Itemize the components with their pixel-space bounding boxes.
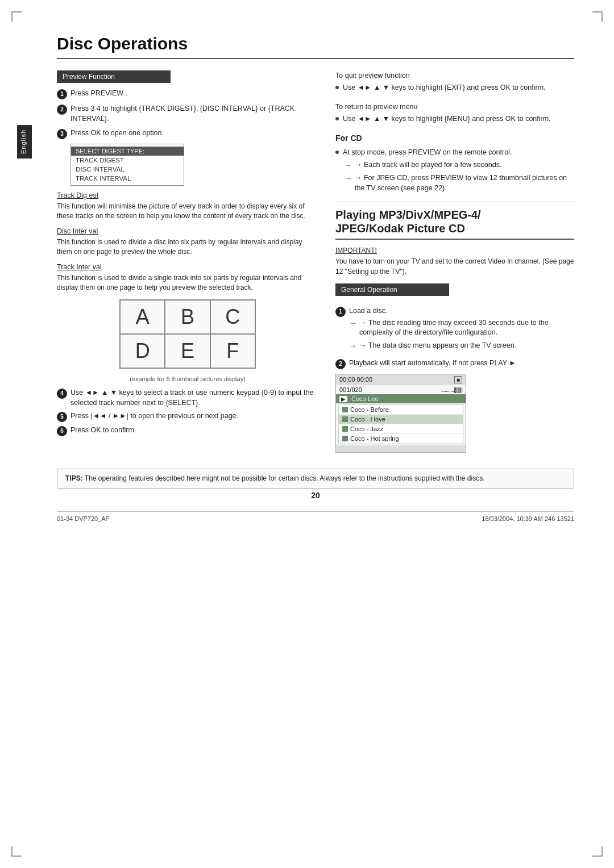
track-interval-text: This function is used to divide a single… (57, 273, 318, 293)
step-4-text: Use ◄► ▲ ▼ keys to select a track or use… (70, 388, 318, 408)
bullet-dot-icon-2 (335, 117, 339, 120)
step-num-6: 6 (57, 426, 67, 436)
arrow-icon-3: → (349, 318, 356, 328)
important-label: IMPORTANT! (335, 247, 574, 254)
thumb-d: D (120, 334, 165, 368)
disc-interval-heading: Disc Inter val (57, 227, 318, 235)
g-step-1-sub2: → The data disc menu appears on the TV s… (359, 341, 516, 351)
g-step-2-text: Playback will start automatically. If no… (349, 358, 574, 369)
cd-playlist-item-3: Coco - Jazz (339, 424, 463, 434)
cd-time: 00:00 00:00 (339, 376, 372, 383)
bullet-dot-icon (335, 86, 339, 89)
footer: 01-34 DVP720_AP 18/03/2004, 10:39 AM 246… (57, 511, 574, 522)
cd-now-playing: ▶ Coco Lee (336, 394, 466, 403)
cd-track-icon-4 (342, 436, 348, 441)
corner-tl (11, 11, 22, 22)
step-5: 5 Press |◄◄ / ►►| to open the previous o… (57, 411, 318, 422)
cd-bullet-dot (335, 151, 339, 154)
cd-bottom-bar (336, 445, 466, 452)
playing-heading: Playing MP3/DivX/MPEG-4/JPEG/Kodak Pictu… (335, 208, 574, 240)
return-bullet: Use ◄► ▲ ▼ keys to highlight {MENU} and … (335, 114, 574, 124)
g-step-1-content: Load a disc. → → The disc reading time m… (349, 306, 574, 354)
quit-text: Use ◄► ▲ ▼ keys to highlight {EXIT} and … (343, 83, 546, 93)
cd-arrow-1-text: → Each track will be played for a few se… (355, 160, 501, 170)
cd-playlist-item-1: Coco - Before (339, 405, 463, 415)
track-digest-text: This function will minimise the picture … (57, 202, 318, 222)
g-step-1-arrow2: → → The data disc menu appears on the TV… (349, 341, 574, 351)
cd-progress-dots: ...........|||||||| (441, 386, 462, 393)
g-step-num-1: 1 (335, 307, 346, 317)
thumb-b: B (165, 300, 210, 334)
cd-track-4-label: Coco - Hot spring (350, 435, 399, 442)
page-container: English Disc Operations Preview Function… (0, 0, 614, 868)
cd-track-info: 001/020 ...........|||||||| (336, 385, 466, 394)
disc-interval-text: This function is used to divide a disc i… (57, 237, 318, 257)
cd-playlist-item-2: Coco - I love (339, 415, 463, 424)
corner-br (592, 846, 603, 857)
quit-bullet: Use ◄► ▲ ▼ keys to highlight {EXIT} and … (335, 83, 574, 93)
step-num-5: 5 (57, 412, 67, 422)
step-5-text: Press |◄◄ / ►►| to open the previous or … (70, 411, 318, 422)
important-section: IMPORTANT! You have to turn on your TV a… (335, 247, 574, 277)
menu-header: SELECT DIGEST TYPE: (71, 147, 184, 156)
g-step-2: 2 Playback will start automatically. If … (335, 358, 574, 369)
quit-preview-section: To quit preview function Use ◄► ▲ ▼ keys… (335, 70, 574, 93)
cd-stop-icon: ■ (454, 376, 462, 383)
corner-bl (11, 846, 22, 857)
general-op-header: General Operation (335, 283, 449, 296)
right-column: To quit preview function Use ◄► ▲ ▼ keys… (335, 70, 574, 457)
cd-play-indicator: ▶ (339, 396, 347, 402)
cd-bullet-1: At stop mode, press PREVIEW on the remot… (335, 148, 574, 158)
cd-track-icon-1 (342, 407, 348, 412)
for-cd-heading: For CD (335, 132, 574, 144)
footer-right: 18/03/2004, 10:39 AM 246 13521 (482, 515, 574, 522)
step-6-text: Press OK to confirm. (70, 425, 318, 436)
preview-function-section: Preview Function 1 Press PREVIEW . 2 Pre… (57, 70, 318, 436)
cd-track-icon-3 (342, 426, 348, 432)
track-digest-heading: Track Dig est (57, 191, 318, 199)
thumb-c: C (210, 300, 255, 334)
menu-disc-interval: DISC INTERVAL (71, 165, 184, 174)
arrow-icon-2: → (345, 173, 352, 183)
track-interval-heading: Track Inter val (57, 263, 318, 271)
cd-artist-name: Coco Lee (351, 395, 378, 402)
cd-track-num: 001/020 (339, 386, 362, 393)
cd-bullet-1-text: At stop mode, press PREVIEW on the remot… (343, 148, 512, 158)
tips-label: TIPS: (65, 474, 83, 482)
menu-track-digest: TRACK DIGEST (71, 156, 184, 165)
menu-track-interval: TRACK INTERVAL (71, 174, 184, 183)
thumb-f: F (210, 334, 255, 368)
g-step-1: 1 Load a disc. → → The disc reading time… (335, 306, 574, 354)
important-text: You have to turn on your TV and set to t… (335, 257, 574, 277)
g-step-1-arrow1: → → The disc reading time may exceed 30 … (349, 318, 574, 338)
cd-track-1-label: Coco - Before (350, 406, 389, 413)
tips-text: The operating features described here mi… (85, 474, 485, 482)
cd-track-2-label: Coco - I love (350, 416, 385, 423)
preview-function-header: Preview Function (57, 70, 171, 83)
cd-arrow-2: → → For JPEG CD, press PREVIEW to view 1… (335, 173, 574, 193)
thumb-a: A (120, 300, 165, 334)
step-3-text: Press OK to open one option. (70, 128, 318, 139)
return-heading: To return to preview menu (335, 102, 574, 112)
return-text: Use ◄► ▲ ▼ keys to highlight {MENU} and … (343, 114, 551, 124)
cd-track-3-label: Coco - Jazz (350, 425, 383, 432)
page-number: 20 (57, 491, 574, 500)
cd-playlist: Coco - Before Coco - I love Coco - Jazz … (338, 404, 463, 444)
step-3: 3 Press OK to open one option. (57, 128, 318, 139)
tips-box: TIPS: The operating features described h… (57, 469, 574, 489)
page-title: Disc Operations (57, 34, 574, 59)
cd-arrow-1: → → Each track will be played for a few … (335, 160, 574, 170)
language-sidebar: English (17, 125, 32, 158)
g-step-1-sub1: → The disc reading time may exceed 30 se… (359, 318, 574, 338)
cd-top-bar: 00:00 00:00 ■ (336, 374, 466, 385)
step-num-4: 4 (57, 389, 67, 399)
step-6: 6 Press OK to confirm. (57, 425, 318, 436)
step-1-text: Press PREVIEW . (70, 89, 318, 99)
thumb-caption: (example for 6 thumbnail pictures displa… (57, 375, 318, 382)
step-2-text: Press 3 4 to highlight {TRACK DIGEST}, {… (70, 104, 318, 124)
digest-menu-box: SELECT DIGEST TYPE: TRACK DIGEST DISC IN… (70, 144, 184, 186)
for-cd-section: For CD At stop mode, press PREVIEW on th… (335, 132, 574, 193)
step-num-1: 1 (57, 89, 67, 99)
cd-player-ui: 00:00 00:00 ■ 001/020 ...........|||||||… (335, 374, 466, 453)
quit-heading: To quit preview function (335, 70, 574, 81)
